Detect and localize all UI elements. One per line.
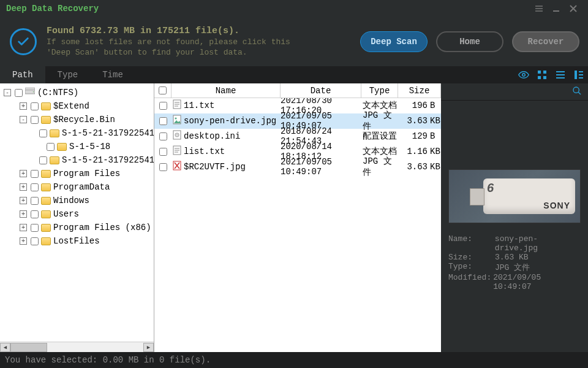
- header-checkbox[interactable]: [154, 83, 172, 98]
- scroll-left-icon[interactable]: ◀: [0, 343, 10, 352]
- home-button[interactable]: Home: [436, 31, 503, 52]
- minimize-icon[interactable]: [548, 2, 565, 15]
- preview-cap: 6: [487, 181, 494, 195]
- folder-icon: [57, 143, 67, 151]
- close-icon[interactable]: [565, 2, 582, 15]
- tree-toggle-icon[interactable]: [36, 143, 43, 150]
- checkmark-icon: [10, 28, 37, 55]
- svg-rect-7: [25, 88, 35, 90]
- tree-label: $Recycle.Bin: [53, 115, 115, 125]
- preview-panel: 6 SONY Name:sony-pen-drive.jpg Size:3.63…: [441, 83, 588, 352]
- tree-label: Windows: [53, 196, 89, 205]
- tree-item[interactable]: S-1-5-18: [1, 140, 154, 153]
- tree-scrollbar[interactable]: ◀ ▶: [0, 342, 154, 352]
- tree-checkbox[interactable]: [31, 170, 39, 178]
- folder-icon: [50, 129, 59, 137]
- tree-toggle-icon[interactable]: +: [20, 102, 27, 110]
- file-size-unit: B: [429, 131, 441, 141]
- tree-checkbox[interactable]: [31, 224, 39, 232]
- tree-checkbox[interactable]: [39, 156, 47, 164]
- tree-checkbox[interactable]: [31, 210, 39, 218]
- header-type[interactable]: Type: [361, 83, 398, 98]
- svg-rect-3: [538, 76, 541, 79]
- file-list: Name Date Type Size 11.txt2021/08/30 17:…: [154, 83, 441, 352]
- tree-item[interactable]: +LostFiles: [1, 234, 154, 248]
- file-name: sony-pen-drive.jpg: [184, 116, 276, 126]
- tree-checkbox[interactable]: [39, 129, 47, 137]
- tree-item[interactable]: +Program Files (x86): [1, 221, 154, 234]
- grid-view-icon[interactable]: [533, 66, 551, 83]
- tree-checkbox[interactable]: [31, 116, 39, 124]
- tree-item[interactable]: S-1-5-21-3179225416-36: [1, 126, 154, 140]
- file-checkbox[interactable]: [159, 132, 167, 140]
- eye-icon[interactable]: [514, 66, 533, 83]
- detail-view-icon[interactable]: [570, 66, 588, 83]
- file-row[interactable]: $RC2UVTF.jpg2021/09/05 10:49:07JPG 文件3.6…: [154, 159, 441, 175]
- svg-point-17: [573, 87, 579, 93]
- tree-item[interactable]: -(C:NTFS): [1, 86, 154, 99]
- file-name: desktop.ini: [184, 131, 240, 141]
- header-size[interactable]: Size: [398, 83, 441, 98]
- file-checkbox[interactable]: [159, 163, 167, 171]
- file-icon: [173, 130, 184, 142]
- file-type: 配置设置: [361, 131, 398, 142]
- scroll-right-icon[interactable]: ▶: [143, 343, 154, 352]
- menu-icon[interactable]: [530, 2, 548, 15]
- list-view-icon[interactable]: [551, 66, 570, 83]
- scroll-thumb[interactable]: [10, 343, 47, 352]
- tree-toggle-icon[interactable]: +: [20, 197, 27, 204]
- svg-rect-5: [575, 71, 577, 79]
- tree-item[interactable]: +ProgramData: [1, 180, 154, 194]
- search-icon[interactable]: [572, 86, 582, 98]
- svg-rect-2: [543, 71, 546, 74]
- title-bar: Deep Data Recovery: [0, 0, 588, 17]
- app-title: Deep Data Recovery: [6, 4, 99, 13]
- tree-label: Program Files: [53, 169, 120, 178]
- header-name[interactable]: Name: [172, 83, 281, 98]
- tree-checkbox[interactable]: [47, 143, 55, 151]
- file-icon: [173, 99, 184, 112]
- tree-checkbox[interactable]: [31, 237, 39, 245]
- tab-type[interactable]: Type: [45, 66, 91, 83]
- tree-checkbox[interactable]: [31, 102, 39, 110]
- svg-rect-1: [538, 71, 541, 74]
- search-row: [441, 83, 588, 101]
- tab-time[interactable]: Time: [90, 66, 135, 83]
- tree-checkbox[interactable]: [15, 89, 23, 97]
- tree-toggle-icon[interactable]: +: [20, 237, 27, 245]
- tab-path[interactable]: Path: [0, 66, 45, 83]
- file-checkbox[interactable]: [159, 102, 167, 110]
- tree-item[interactable]: S-1-5-21-3179225416-36: [1, 153, 154, 167]
- file-icon: [173, 115, 184, 127]
- file-checkbox[interactable]: [159, 117, 167, 125]
- tree-item[interactable]: -$Recycle.Bin: [1, 113, 154, 126]
- tree-toggle-icon[interactable]: +: [20, 183, 27, 191]
- tree-item[interactable]: +Windows: [1, 194, 154, 207]
- deep-scan-button[interactable]: Deep Scan: [360, 31, 428, 52]
- file-size: 3.63: [398, 162, 429, 172]
- file-icon: [173, 145, 184, 158]
- preview-thumbnail: 6 SONY: [448, 169, 581, 223]
- tree-item[interactable]: +$Extend: [1, 99, 154, 113]
- view-tabs: Path Type Time: [0, 66, 588, 83]
- tree-checkbox[interactable]: [31, 197, 39, 205]
- header-date[interactable]: Date: [281, 83, 361, 98]
- tree-item[interactable]: +Program Files: [1, 167, 154, 180]
- file-size: 196: [398, 101, 429, 110]
- tree-toggle-icon[interactable]: -: [20, 116, 27, 123]
- tree-item[interactable]: +Users: [1, 207, 154, 221]
- tree-checkbox[interactable]: [31, 183, 39, 191]
- tree-toggle-icon[interactable]: +: [20, 170, 27, 177]
- tree-toggle-icon[interactable]: -: [4, 89, 11, 96]
- app-window: Deep Data Recovery Found 6732.73 MB in 1…: [0, 0, 588, 368]
- tree-toggle-icon[interactable]: +: [20, 210, 27, 218]
- file-size-unit: KB: [429, 116, 441, 126]
- folder-icon: [41, 183, 51, 191]
- recover-button[interactable]: Recover: [512, 31, 579, 52]
- svg-point-0: [522, 74, 526, 77]
- svg-point-8: [33, 91, 34, 93]
- tree-toggle-icon[interactable]: +: [20, 224, 27, 231]
- folder-icon: [41, 116, 51, 124]
- folder-icon: [41, 197, 51, 205]
- file-checkbox[interactable]: [159, 148, 167, 156]
